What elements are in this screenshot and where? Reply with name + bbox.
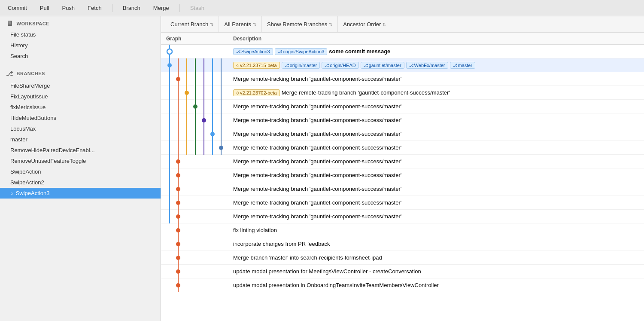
sidebar-item-branch-swipeaction3[interactable]: SwipeAction3 [0, 188, 161, 199]
commit-row[interactable]: Merge remote-tracking branch 'gauntlet-c… [161, 100, 644, 113]
commit-row[interactable]: Merge remote-tracking branch 'gauntlet-c… [161, 168, 644, 182]
sidebar-item-branch-hidemutedbuttons[interactable]: HideMutedButtons [0, 113, 161, 123]
description-column-header: Description [230, 36, 644, 42]
commit-row[interactable]: incorporate changes from PR feedback [161, 237, 644, 251]
graph-cell [161, 196, 230, 209]
table-header: Graph Description [161, 33, 644, 45]
commit-message: fix linting violation [233, 227, 277, 233]
merge-button[interactable]: Merge [151, 4, 172, 12]
stash-button[interactable]: Stash [188, 4, 207, 12]
graph-cell [161, 265, 230, 278]
svg-point-69 [176, 201, 180, 205]
content-area: Current Branch ⇅ All Parents ⇅ Show Remo… [161, 16, 644, 321]
pull-button[interactable]: Pull [37, 4, 52, 12]
current-branch-selector[interactable]: Current Branch ⇅ [165, 16, 219, 32]
commit-row[interactable]: Merge remote-tracking branch 'gauntlet-c… [161, 141, 644, 155]
parents-chevron-icon: ⇅ [253, 22, 256, 27]
commit-row[interactable]: Merge remote-tracking branch 'gauntlet-c… [161, 210, 644, 223]
show-remote-branches-selector[interactable]: Show Remote Branches ⇅ [262, 16, 338, 32]
sidebar-item-branch-locusmax[interactable]: LocusMax [0, 123, 161, 134]
workspace-section-header: 🖥 WORKSPACE [0, 16, 161, 29]
svg-point-74 [176, 228, 180, 232]
branch-icon: ⎇ [364, 63, 368, 67]
graph-svg [161, 210, 228, 223]
workspace-label: WORKSPACE [17, 21, 49, 26]
version-tag: ◇v2.21.23715-beta [233, 62, 280, 69]
current-branch-label: Current Branch [170, 21, 208, 28]
all-parents-selector[interactable]: All Parents ⇅ [219, 16, 262, 32]
commit-row[interactable]: Merge remote-tracking branch 'gauntlet-c… [161, 155, 644, 168]
graph-svg [161, 155, 228, 168]
graph-cell [161, 278, 230, 292]
ancestor-order-label: Ancestor Order [343, 21, 381, 28]
branch-button[interactable]: Branch [120, 4, 143, 12]
toolbar-separator-2 [179, 4, 180, 12]
sidebar: 🖥 WORKSPACE File status History Search ⎇… [0, 16, 161, 321]
graph-svg [161, 168, 228, 182]
graph-cell [161, 58, 230, 72]
commit-message: Merge remote-tracking branch 'gauntlet-c… [282, 89, 450, 96]
tag-icon: ◇ [236, 91, 239, 95]
branch-chevron-icon: ⇅ [210, 22, 213, 27]
svg-point-78 [176, 256, 180, 260]
graph-cell [161, 168, 230, 182]
commit-row[interactable]: Merge branch 'master' into search-recipi… [161, 251, 644, 265]
sidebar-item-file-status[interactable]: File status [0, 29, 161, 40]
graph-cell [161, 72, 230, 86]
ancestor-order-selector[interactable]: Ancestor Order ⇅ [338, 16, 391, 32]
commit-row[interactable]: update modal presentation in OnboardingT… [161, 278, 644, 292]
commit-message: Merge remote-tracking branch 'gauntlet-c… [233, 186, 401, 192]
graph-cell [161, 86, 230, 99]
branch-icon: ⎇ [409, 63, 413, 67]
branch-tag: ⎇origin/HEAD [322, 62, 359, 69]
graph-cell [161, 113, 230, 127]
sidebar-item-branch-swipeaction[interactable]: SwipeAction [0, 166, 161, 177]
svg-point-60 [176, 159, 180, 164]
push-button[interactable]: Push [59, 4, 77, 12]
svg-point-66 [176, 187, 180, 191]
fetch-button[interactable]: Fetch [85, 4, 104, 12]
sidebar-item-history[interactable]: History [0, 40, 161, 51]
graph-cell [161, 100, 230, 113]
desc-cell: Merge branch 'master' into search-recipi… [230, 254, 644, 261]
svg-point-76 [176, 242, 180, 246]
desc-cell: fix linting violation [230, 227, 644, 233]
commit-row[interactable]: Merge remote-tracking branch 'gauntlet-c… [161, 127, 644, 141]
desc-cell: Merge remote-tracking branch 'gauntlet-c… [230, 131, 644, 137]
commit-row[interactable]: fix linting violation [161, 223, 644, 237]
svg-point-63 [176, 173, 180, 177]
branch-icon: ⎇ [325, 63, 329, 67]
commit-row[interactable]: Merge remote-tracking branch 'gauntlet-c… [161, 72, 644, 86]
graph-cell [161, 237, 230, 251]
branches-section-header: ⎇ BRANCHES [0, 67, 161, 79]
commit-button[interactable]: Commit [5, 4, 30, 12]
desc-cell: incorporate changes from PR feedback [230, 241, 644, 247]
graph-cell [161, 210, 230, 223]
sidebar-item-search[interactable]: Search [0, 51, 161, 61]
sidebar-item-branch-fixlayoutissue[interactable]: FixLayoutIssue [0, 91, 161, 102]
sidebar-item-branch-removehidepaireddeviceenabl---[interactable]: RemoveHidePairedDeviceEnabl... [0, 145, 161, 156]
remote-branches-label: Show Remote Branches [267, 21, 327, 28]
graph-svg [161, 72, 228, 86]
commit-row[interactable]: Merge remote-tracking branch 'gauntlet-c… [161, 196, 644, 210]
commit-row[interactable]: ⎇SwipeAction3⎇origin/SwipeAction3some co… [161, 45, 644, 58]
sidebar-item-branch-filesharemerge[interactable]: FileShareMerge [0, 80, 161, 91]
commit-row[interactable]: Merge remote-tracking branch 'gauntlet-c… [161, 113, 644, 127]
desc-cell: update modal presentation in OnboardingT… [230, 282, 644, 288]
branch-icon: ⎇ [278, 49, 282, 54]
sidebar-item-branch-removeunusedfeaturetoggle[interactable]: RemoveUnusedFeatureToggle [0, 156, 161, 166]
desc-cell: Merge remote-tracking branch 'gauntlet-c… [230, 158, 644, 165]
graph-cell [161, 182, 230, 196]
commit-row[interactable]: ◇v2.21.23702-betaMerge remote-tracking b… [161, 86, 644, 100]
commit-row[interactable]: update modal presentation for MeetingsVi… [161, 265, 644, 278]
svg-point-80 [176, 269, 180, 274]
sidebar-item-branch-fixmericsissue[interactable]: fixMericsIssue [0, 102, 161, 113]
sidebar-item-branch-swipeaction2[interactable]: SwipeAction2 [0, 177, 161, 188]
desc-cell: Merge remote-tracking branch 'gauntlet-c… [230, 213, 644, 220]
sidebar-item-branch-master[interactable]: master [0, 134, 161, 145]
commit-row[interactable]: ◇v2.21.23715-beta⎇origin/master⎇origin/H… [161, 58, 644, 72]
graph-cell [161, 155, 230, 168]
commit-row[interactable]: Merge remote-tracking branch 'gauntlet-c… [161, 182, 644, 196]
desc-cell: Merge remote-tracking branch 'gauntlet-c… [230, 172, 644, 178]
desc-cell: ◇v2.21.23715-beta⎇origin/master⎇origin/H… [230, 62, 644, 69]
